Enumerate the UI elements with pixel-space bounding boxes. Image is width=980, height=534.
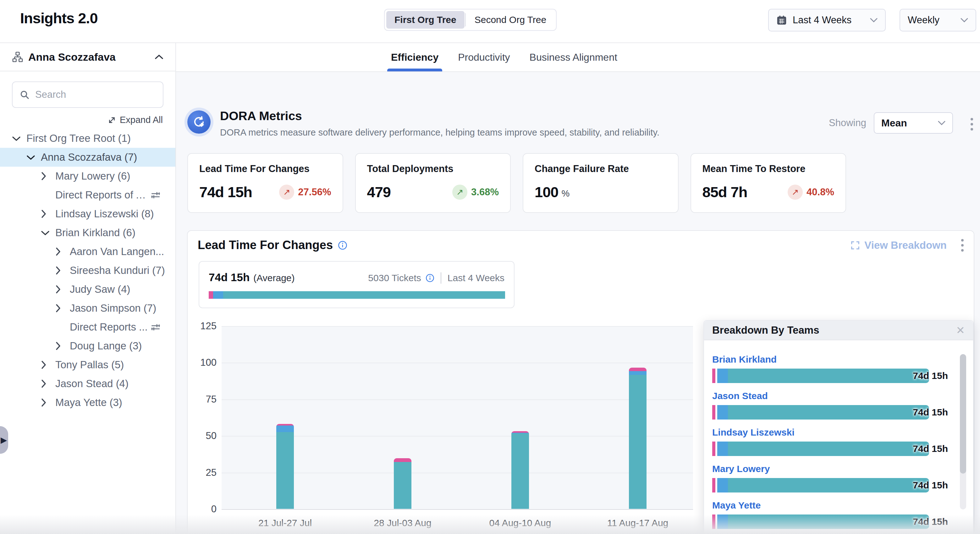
breakdown-panel-header: Breakdown By Teams ✕ [704,321,973,340]
granularity-select[interactable]: Weekly [900,9,976,32]
tab-business-alignment[interactable]: Business Alignment [530,43,617,72]
org-tab-0[interactable]: First Org Tree [386,11,465,29]
metric-card: Total Deployments479↗3.68% [355,153,511,213]
deployment-segment [276,432,294,509]
tree-item[interactable]: Doug Lange (3) [0,336,175,355]
stacked-bar[interactable] [511,431,529,509]
y-axis-tick: 50 [188,430,216,442]
tab-efficiency[interactable]: Efficiency [391,43,439,72]
tree-item[interactable]: Tony Pallas (5) [0,355,175,374]
chevron-right-icon[interactable] [55,266,70,275]
chevron-right-icon[interactable] [41,209,55,218]
tree-item[interactable]: Mary Lowery (6) [0,167,175,185]
team-name-link[interactable]: Maya Yette [712,500,929,511]
tree-item-label: Jason Stead (4) [55,378,129,390]
tab-productivity[interactable]: Productivity [458,43,510,72]
search-input[interactable] [35,89,161,100]
tree-item[interactable]: Maya Yette (3) [0,393,175,412]
stacked-bar[interactable] [629,368,646,509]
team-stacked-bar[interactable]: 74d 15h [712,478,929,493]
gridline [221,509,693,510]
aggregation-select[interactable]: Mean [874,112,953,134]
average-value: 74d 15h [209,271,250,284]
tree-item[interactable]: Direct Reports of A... [0,185,175,204]
team-name-link[interactable]: Jason Stead [712,391,929,401]
chevron-right-icon[interactable] [41,172,55,180]
sidebar-header[interactable]: Anna Scozzafava [0,43,175,72]
tree-item-label: Maya Yette (3) [55,397,122,408]
info-icon[interactable] [338,241,347,250]
tree-item-label: Doug Lange (3) [70,340,142,352]
dora-kebab-menu[interactable] [970,118,973,131]
team-stacked-bar[interactable]: 74d 15h [712,405,929,419]
chevron-right-icon[interactable] [41,398,55,407]
review-segment [717,442,728,456]
team-name-link[interactable]: Lindsay Liszewski [712,427,929,438]
tree-item[interactable]: Direct Reports ... [0,318,175,336]
deployment-segment [511,434,529,509]
view-breakdown-button[interactable]: View Breakdown [851,239,947,251]
chevron-up-icon[interactable] [154,54,164,59]
chevron-right-icon[interactable] [55,285,70,294]
chevron-right-icon[interactable] [41,360,55,369]
chevron-right-icon[interactable] [55,247,70,256]
stacked-bar[interactable] [394,458,411,509]
tree-item[interactable]: Brian Kirkland (6) [0,223,175,242]
granularity-value: Weekly [908,14,939,26]
chevron-right-icon[interactable] [55,341,70,350]
stacked-bar[interactable] [276,424,294,509]
chevron-down-icon [938,121,945,125]
info-icon[interactable] [426,274,434,282]
review-segment [213,291,223,299]
metric-delta-value: 3.68% [471,187,499,198]
sidebar-collapse-handle[interactable]: ▶ [0,426,8,454]
metric-delta-badge: ↗3.68% [452,185,499,200]
team-stacked-bar[interactable]: 74d 15h [712,515,929,529]
chevron-down-icon[interactable] [41,230,55,236]
y-axis-tick: 100 [188,357,216,368]
chevron-down-icon [961,18,968,22]
filter-sliders-icon[interactable] [150,322,161,332]
filter-sliders-icon[interactable] [150,190,161,200]
tree-item[interactable]: Judy Saw (4) [0,280,175,299]
tree-item-label: Mary Lowery (6) [55,170,130,182]
team-name-link[interactable]: Mary Lowery [712,464,929,474]
org-tab-1[interactable]: Second Org Tree [466,11,554,29]
close-icon[interactable]: ✕ [956,324,965,336]
chevron-down-icon[interactable] [12,136,26,141]
deployment-segment [223,291,505,299]
team-name-link[interactable]: Brian Kirkland [712,354,929,365]
tree-item[interactable]: Sireesha Kunduri (7) [0,261,175,280]
chevron-right-icon[interactable] [55,304,70,312]
tree-item[interactable]: First Org Tree Root (1) [0,129,175,148]
tree-item[interactable]: Anna Scozzafava (7) [0,148,175,167]
tree-item[interactable]: Lindsay Liszewski (8) [0,204,175,223]
lead-time-title-text: Lead Time For Changes [198,238,333,252]
tree-item[interactable]: Aaron Van Langen... [0,242,175,261]
chevron-right-icon[interactable] [41,379,55,388]
chevron-down-icon[interactable] [26,155,41,160]
tree-item-label: Direct Reports ... [70,321,148,333]
date-range-select[interactable]: Last 4 Weeks [768,9,886,32]
average-summary-row: 74d 15h (Average) 5030 Tickets Last 4 We… [209,271,504,284]
chart-plot-area [221,327,693,510]
planning-segment [712,442,715,456]
tree-item-label: Lindsay Liszewski (8) [55,208,154,220]
scrollbar-track[interactable] [960,354,966,510]
team-value: 74d 15h [913,443,948,454]
team-row: Maya Yette74d 15h [712,500,929,529]
team-row: Jason Stead74d 15h [712,391,929,419]
scrollbar-thumb[interactable] [960,354,966,473]
planning-segment [394,458,411,462]
tree-item[interactable]: Jason Stead (4) [0,374,175,393]
team-stacked-bar[interactable]: 74d 15h [712,368,929,383]
lead-time-kebab-menu[interactable] [961,239,964,252]
expand-all-button[interactable]: Expand All [0,115,175,125]
team-stacked-bar[interactable]: 74d 15h [712,442,929,456]
tree-item[interactable]: Jason Simpson (7) [0,299,175,318]
metric-card-value: 100 [535,183,558,201]
selected-user-name: Anna Scozzafava [28,51,116,63]
dora-header: DORA Metrics DORA metrics measure softwa… [187,109,659,138]
review-segment [717,515,728,529]
dora-header-text: DORA Metrics DORA metrics measure softwa… [220,109,659,138]
